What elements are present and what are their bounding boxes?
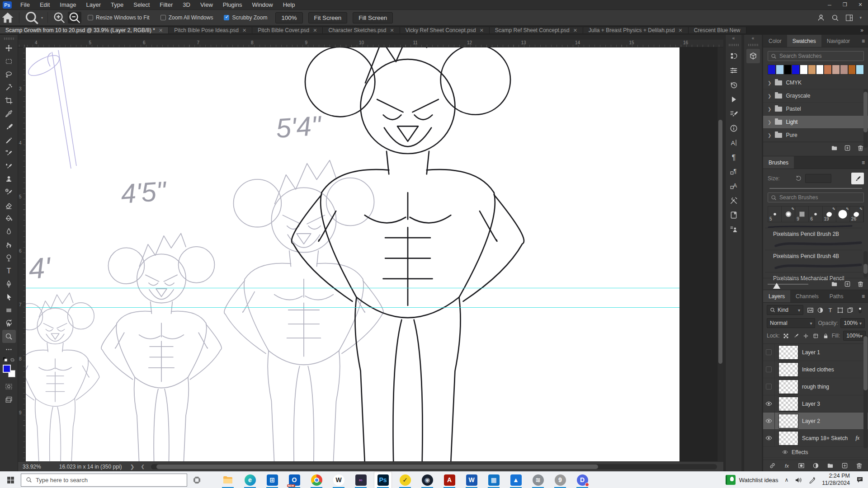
taskbar-photos-icon[interactable]: ▲ bbox=[507, 472, 525, 488]
tab-close-icon[interactable]: ✕ bbox=[480, 28, 484, 33]
workspace-icon[interactable] bbox=[845, 14, 853, 22]
visibility-hidden-well[interactable] bbox=[763, 344, 775, 361]
checkbox-resize-windows-to-fit[interactable]: Resize Windows to Fit bbox=[88, 14, 150, 21]
group-folder-icon[interactable] bbox=[827, 462, 834, 469]
menu-filter[interactable]: Filter bbox=[155, 0, 178, 10]
ruler-top[interactable]: 45678910111213141516 bbox=[18, 40, 723, 47]
brush-preset[interactable]: ✎ bbox=[782, 206, 795, 222]
panel-menu-icon[interactable]: ≡ bbox=[858, 156, 868, 169]
color-swatch[interactable] bbox=[840, 65, 848, 75]
brush-tool-icon[interactable] bbox=[2, 120, 16, 133]
paragraph-panel-icon[interactable]: ¶ bbox=[727, 150, 741, 164]
tab-close-icon[interactable]: ✕ bbox=[313, 28, 317, 33]
lock-all-icon[interactable] bbox=[823, 333, 829, 339]
brush-size-input[interactable] bbox=[805, 174, 831, 183]
screen-mode-icon[interactable] bbox=[2, 393, 16, 406]
taskbar-discord-icon[interactable]: D bbox=[573, 472, 591, 488]
zoom-100-button[interactable]: 100% bbox=[275, 12, 302, 23]
document-tab-1[interactable]: Scamp Growth from 10 to 20.psd @ 33.9% (… bbox=[0, 27, 169, 33]
taskbar-creative-cloud-icon[interactable]: ∞ bbox=[352, 472, 370, 488]
taskbar-microsoft-store-icon[interactable]: ⊞ bbox=[263, 472, 281, 488]
move-tool-icon[interactable] bbox=[2, 42, 16, 55]
libraries-panel-icon[interactable] bbox=[727, 208, 741, 222]
chevron-right-icon[interactable]: ❯ bbox=[768, 133, 771, 138]
panel-grip[interactable] bbox=[4, 38, 14, 40]
swap-colors-icon[interactable] bbox=[9, 357, 15, 363]
zoom-out-icon[interactable] bbox=[68, 12, 81, 23]
visibility-eye-icon[interactable] bbox=[763, 413, 775, 429]
trash-icon[interactable] bbox=[857, 281, 864, 287]
layer-row[interactable]: Scamp 18+ Sketchfx▲ bbox=[763, 430, 868, 447]
shape-tool-icon[interactable] bbox=[2, 304, 16, 317]
taskbar-search-input[interactable]: Type here to search bbox=[21, 474, 187, 487]
zoom-tool-icon[interactable] bbox=[2, 330, 16, 343]
brush-settings-panel-icon[interactable] bbox=[727, 107, 741, 121]
document-tab-3[interactable]: Pitch Bible Cover.psd✕ bbox=[252, 27, 323, 33]
opacity-select[interactable]: 100% ▾ bbox=[840, 318, 865, 328]
swatch-group-grayscale[interactable]: ❯Grayscale bbox=[763, 89, 868, 103]
home-icon[interactable] bbox=[1, 12, 14, 23]
folder-icon[interactable] bbox=[831, 281, 838, 287]
brush-preset[interactable]: 9 bbox=[795, 206, 809, 222]
visibility-hidden-well[interactable] bbox=[763, 378, 775, 395]
collapse-panels-icon[interactable]: « bbox=[752, 36, 755, 42]
fill-screen-button[interactable]: Fill Screen bbox=[353, 12, 393, 23]
tab-paths[interactable]: Paths bbox=[824, 290, 849, 302]
rectangular-marquee-tool-icon[interactable] bbox=[2, 55, 16, 68]
taskbar-spotify-icon[interactable]: ≋ bbox=[529, 472, 547, 488]
taskbar-edge-icon[interactable]: e bbox=[241, 472, 259, 488]
foreground-background-colors[interactable] bbox=[3, 365, 15, 377]
swatches-search[interactable]: Search Swatches bbox=[768, 51, 864, 61]
tab-close-icon[interactable]: ✕ bbox=[159, 28, 163, 33]
hidden-icons-chevron[interactable]: ∧ bbox=[785, 477, 789, 483]
menu-help[interactable]: Help bbox=[278, 0, 300, 10]
visibility-eye-icon[interactable] bbox=[782, 449, 788, 455]
adjustment-filter-icon[interactable] bbox=[815, 305, 825, 315]
visibility-hidden-well[interactable] bbox=[763, 361, 775, 378]
new-icon[interactable] bbox=[844, 145, 851, 151]
color-swatch[interactable] bbox=[776, 65, 784, 75]
color-swatch[interactable] bbox=[824, 65, 832, 75]
tab-navigator[interactable]: Navigator bbox=[821, 35, 855, 47]
color-swatch[interactable] bbox=[832, 65, 840, 75]
search-icon[interactable] bbox=[831, 14, 839, 22]
pencil-tool-icon[interactable] bbox=[2, 133, 16, 146]
menu-view[interactable]: View bbox=[195, 0, 218, 10]
layer-row[interactable]: Layer 1 bbox=[763, 344, 868, 361]
pixel-filter-icon[interactable] bbox=[805, 305, 815, 315]
action-center-icon[interactable] bbox=[856, 476, 863, 483]
watchlist-note[interactable]: Watchlist ideas bbox=[726, 475, 778, 485]
vertical-scroll-thumb[interactable] bbox=[718, 120, 722, 364]
document-tab-5[interactable]: Vicky Ref Sheet Concept.psd✕ bbox=[400, 27, 490, 33]
brush-item[interactable]: Pixelstains Pencil Brush 4B bbox=[765, 250, 862, 272]
taskbar-chrome-icon[interactable] bbox=[307, 472, 326, 488]
layer-thumbnail[interactable] bbox=[778, 362, 798, 377]
tab-close-icon[interactable]: ✕ bbox=[573, 28, 577, 33]
tab-color[interactable]: Color bbox=[763, 35, 787, 47]
filter-toggle-icon[interactable] bbox=[855, 305, 865, 315]
layer-thumbnail[interactable] bbox=[778, 414, 798, 428]
zoom-in-icon[interactable] bbox=[52, 12, 66, 23]
swatch-group-cmyk[interactable]: ❯CMYK bbox=[763, 76, 868, 89]
shape-filter-icon[interactable] bbox=[835, 305, 845, 315]
close-button[interactable]: ✕ bbox=[853, 0, 868, 10]
color-replacement-tool-icon[interactable] bbox=[2, 146, 16, 160]
tab-overflow-icon[interactable]: » bbox=[856, 26, 868, 35]
tab-channels[interactable]: Channels bbox=[790, 290, 824, 302]
path-select-tool-icon[interactable] bbox=[2, 291, 16, 304]
mixer-brush-tool-icon[interactable] bbox=[2, 160, 16, 173]
layers-scrollbar[interactable] bbox=[863, 335, 868, 448]
checkbox-scrubby-zoom[interactable]: Scrubby Zoom bbox=[224, 14, 267, 21]
status-chevron-icon[interactable]: ❯ bbox=[130, 464, 134, 470]
mask-icon[interactable] bbox=[798, 462, 805, 469]
horizontal-scroll-thumb[interactable] bbox=[156, 465, 598, 469]
menu-layer[interactable]: Layer bbox=[81, 0, 106, 10]
layer-filter-kind[interactable]: Kind ▾ bbox=[767, 305, 803, 315]
volume-icon[interactable] bbox=[795, 477, 802, 483]
pen-icon[interactable] bbox=[809, 477, 816, 483]
crop-tool-icon[interactable] bbox=[2, 94, 16, 107]
taskbar-wattpad-icon[interactable]: W bbox=[330, 472, 348, 488]
taskbar-steam-icon[interactable]: ◉ bbox=[418, 472, 436, 488]
menu-3d[interactable]: 3D bbox=[178, 0, 195, 10]
swatch-group-pastel[interactable]: ❯Pastel bbox=[763, 103, 868, 116]
